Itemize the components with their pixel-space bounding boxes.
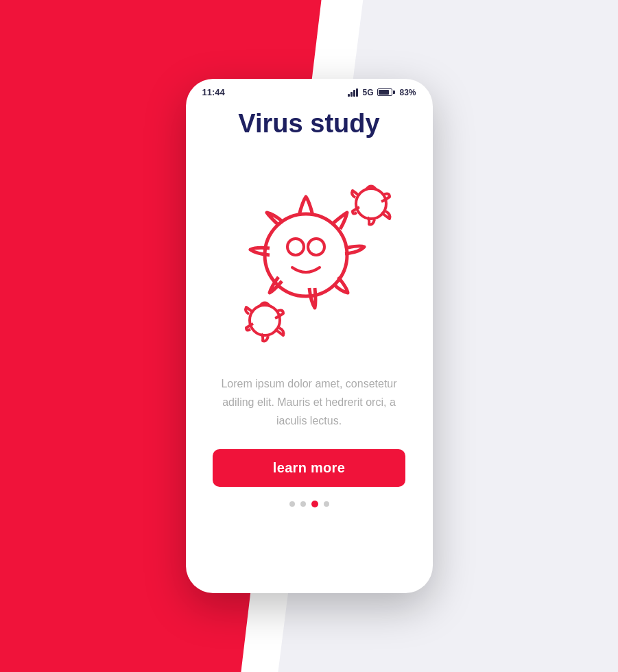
battery-fill [379, 90, 389, 95]
status-time: 11:44 [202, 87, 225, 97]
signal-icon [348, 88, 358, 97]
svg-point-2 [308, 239, 324, 255]
phone-mockup: 11:44 5G 83% Virus study [186, 79, 433, 593]
pagination-dot-3-active[interactable] [311, 501, 318, 507]
app-title: Virus study [238, 110, 379, 139]
body-text: Lorem ipsum dolor amet, consetetur adili… [202, 374, 416, 431]
pagination-dot-4[interactable] [324, 501, 329, 507]
network-type: 5G [362, 88, 373, 97]
virus-illustration [213, 152, 405, 358]
pagination-dots [289, 501, 329, 507]
svg-point-1 [287, 239, 304, 255]
learn-more-button[interactable]: learn more [213, 449, 405, 487]
status-right: 5G 83% [348, 88, 416, 97]
phone-content: Virus study [186, 103, 433, 593]
battery-icon [377, 88, 395, 96]
phone-screen: 11:44 5G 83% Virus study [186, 79, 433, 593]
pagination-dot-1[interactable] [289, 501, 295, 507]
battery-tip [393, 91, 395, 94]
pagination-dot-2[interactable] [300, 501, 306, 507]
battery-body [377, 88, 392, 96]
status-bar: 11:44 5G 83% [186, 79, 433, 103]
battery-percent: 83% [399, 88, 416, 97]
